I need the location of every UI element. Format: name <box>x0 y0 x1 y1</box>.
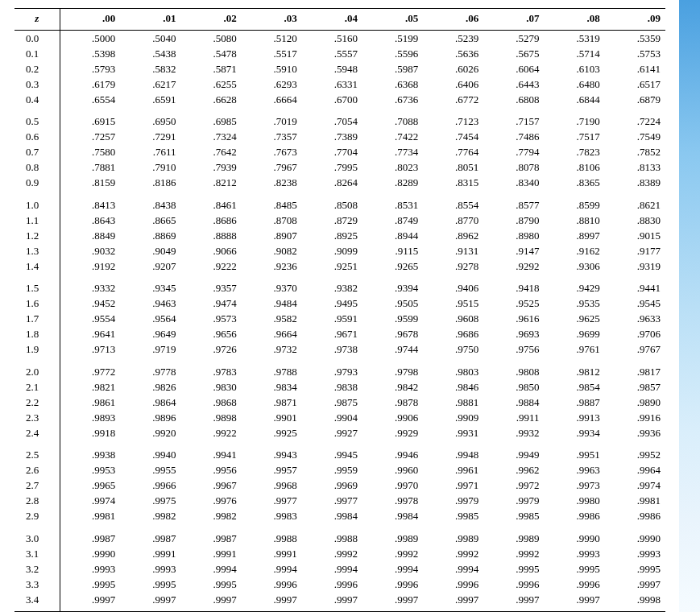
value-cell: .9977 <box>302 494 362 509</box>
value-cell: .9207 <box>120 258 180 274</box>
value-cell: .9292 <box>483 258 544 274</box>
value-cell: .9983 <box>242 509 302 524</box>
value-cell: .8106 <box>545 160 605 176</box>
value-cell: .6985 <box>180 107 241 130</box>
value-cell: .9971 <box>423 478 483 494</box>
table-header-row: z.00.01.02.03.04.05.06.07.08.09 <box>14 9 665 31</box>
table-row: 2.7.9965.9966.9967.9968.9969.9970.9971.9… <box>14 478 665 494</box>
value-cell: .6628 <box>180 92 241 107</box>
table-row: 3.1.9990.9991.9991.9991.9992.9992.9992.9… <box>14 546 665 561</box>
value-cell: .9778 <box>120 358 180 380</box>
value-cell: .6736 <box>362 92 423 107</box>
value-cell: .5279 <box>483 31 544 47</box>
value-cell: .9973 <box>545 478 605 494</box>
value-cell: .9985 <box>423 509 483 524</box>
value-cell: .9864 <box>120 395 180 410</box>
value-cell: .9981 <box>60 509 120 524</box>
value-cell: .6064 <box>483 61 544 76</box>
value-cell: .5199 <box>362 31 423 47</box>
table-row: 3.0.9987.9987.9987.9988.9988.9989.9989.9… <box>14 524 665 547</box>
value-cell: .9463 <box>120 296 180 312</box>
value-cell: .9099 <box>302 243 362 258</box>
value-cell: .8264 <box>302 176 362 191</box>
value-cell: .9986 <box>605 509 665 524</box>
col-header: .02 <box>180 9 241 31</box>
value-cell: .7734 <box>362 145 423 160</box>
value-cell: .9082 <box>242 243 302 258</box>
value-cell: .8078 <box>483 160 544 176</box>
row-label: 1.6 <box>14 296 60 312</box>
value-cell: .9959 <box>302 463 362 478</box>
table-row: 1.1.8643.8665.8686.8708.8729.8749.8770.8… <box>14 213 665 228</box>
row-label: 0.0 <box>14 31 60 47</box>
row-label: 1.2 <box>14 228 60 243</box>
value-cell: .9162 <box>545 243 605 258</box>
value-cell: .7257 <box>60 130 120 145</box>
row-label: 2.0 <box>14 358 60 380</box>
value-cell: .9953 <box>60 463 120 478</box>
value-cell: .5987 <box>362 61 423 76</box>
value-cell: .9545 <box>605 296 665 312</box>
value-cell: .9995 <box>120 577 180 592</box>
value-cell: .5359 <box>605 31 665 47</box>
value-cell: .9278 <box>423 258 483 274</box>
value-cell: .9871 <box>242 395 302 410</box>
value-cell: .9979 <box>483 494 544 509</box>
value-cell: .9332 <box>60 274 120 296</box>
value-cell: .9177 <box>605 243 665 258</box>
value-cell: .9974 <box>605 478 665 494</box>
value-cell: .9370 <box>242 274 302 296</box>
value-cell: .9932 <box>483 425 544 440</box>
value-cell: .9948 <box>423 440 483 463</box>
value-cell: .7324 <box>180 130 241 145</box>
value-cell: .8925 <box>302 228 362 243</box>
value-cell: .8980 <box>483 228 544 243</box>
value-cell: .9970 <box>362 478 423 494</box>
table-row: 3.2.9993.9993.9994.9994.9994.9994.9994.9… <box>14 561 665 577</box>
row-label: 2.5 <box>14 440 60 463</box>
row-label: 3.3 <box>14 577 60 592</box>
row-label: 1.4 <box>14 258 60 274</box>
value-cell: .5517 <box>242 46 302 61</box>
value-cell: .8340 <box>483 176 544 191</box>
value-cell: .9993 <box>545 546 605 561</box>
value-cell: .6664 <box>242 92 302 107</box>
value-cell: .7422 <box>362 130 423 145</box>
value-cell: .9966 <box>120 478 180 494</box>
value-cell: .9032 <box>60 243 120 258</box>
value-cell: .9495 <box>302 296 362 312</box>
value-cell: .8749 <box>362 213 423 228</box>
row-label: 2.8 <box>14 494 60 509</box>
row-label: 0.8 <box>14 160 60 176</box>
value-cell: .8599 <box>545 191 605 213</box>
value-cell: .8643 <box>60 213 120 228</box>
value-cell: .8186 <box>120 176 180 191</box>
col-header: .04 <box>302 9 362 31</box>
value-cell: .9641 <box>60 327 120 342</box>
value-cell: .6879 <box>605 92 665 107</box>
row-label: 2.1 <box>14 379 60 395</box>
value-cell: .6217 <box>120 76 180 92</box>
row-label: 0.4 <box>14 92 60 107</box>
value-cell: .8133 <box>605 160 665 176</box>
value-cell: .7157 <box>483 107 544 130</box>
value-cell: .7642 <box>180 145 241 160</box>
value-cell: .9887 <box>545 395 605 410</box>
value-cell: .9767 <box>605 342 665 358</box>
value-cell: .9608 <box>423 312 483 327</box>
value-cell: .9969 <box>302 478 362 494</box>
value-cell: .7123 <box>423 107 483 130</box>
table-row: 2.3.9893.9896.9898.9901.9904.9906.9909.9… <box>14 410 665 425</box>
table-row: 1.2.8849.8869.8888.8907.8925.8944.8962.8… <box>14 228 665 243</box>
value-cell: .5948 <box>302 61 362 76</box>
value-cell: .9945 <box>302 440 362 463</box>
value-cell: .9783 <box>180 358 241 380</box>
row-label: 0.6 <box>14 130 60 145</box>
value-cell: .9015 <box>605 228 665 243</box>
value-cell: .8830 <box>605 213 665 228</box>
value-cell: .9987 <box>120 524 180 547</box>
table-row: 2.9.9981.9982.9982.9983.9984.9984.9985.9… <box>14 509 665 524</box>
value-cell: .7389 <box>302 130 362 145</box>
value-cell: .9974 <box>60 494 120 509</box>
value-cell: .5120 <box>242 31 302 47</box>
